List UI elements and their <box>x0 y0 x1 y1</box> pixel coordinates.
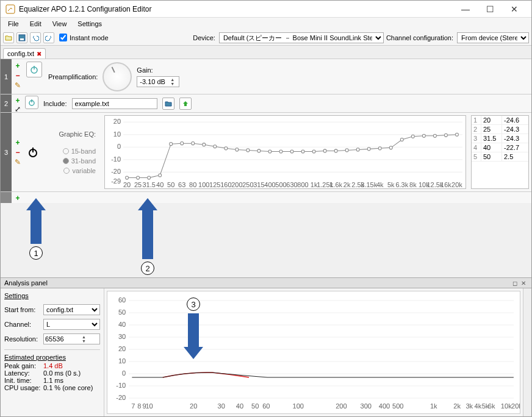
instant-mode-checkbox[interactable]: Instant mode <box>59 34 109 41</box>
spin-buttons[interactable]: ▲▼ <box>170 77 174 86</box>
row-number-3: 3 <box>1 113 12 191</box>
tab-close-icon[interactable]: ✖ <box>37 51 41 57</box>
app-icon <box>5 4 15 14</box>
menu-view[interactable]: View <box>48 19 72 29</box>
maximize-button[interactable]: ☐ <box>478 1 502 18</box>
eq-chart[interactable]: 20100 -10-20-29 202531.540 506380100125 … <box>104 115 466 189</box>
svg-point-53 <box>148 176 151 179</box>
power-button-row1[interactable] <box>26 62 42 77</box>
eq-options: Graphic EQ: 15-band 31-band variable <box>45 115 99 189</box>
menu-settings[interactable]: Settings <box>73 19 107 29</box>
svg-point-71 <box>345 149 348 152</box>
opt-31band[interactable]: 31-band <box>45 157 96 165</box>
power-button-row3[interactable] <box>26 144 40 160</box>
device-select[interactable]: Default (スピーカー － Bose Mini II SoundLink … <box>219 32 384 43</box>
svg-text:0: 0 <box>117 143 121 150</box>
svg-text:30: 30 <box>118 333 126 340</box>
close-button[interactable]: ✕ <box>502 1 527 18</box>
svg-point-55 <box>170 143 173 146</box>
svg-text:300: 300 <box>361 402 372 410</box>
svg-text:2k: 2k <box>343 181 351 188</box>
start-from-label: Start from: <box>4 306 41 313</box>
analysis-title: Analysis panel <box>4 279 48 287</box>
svg-text:400: 400 <box>379 402 390 410</box>
svg-text:6.3k: 6.3k <box>395 181 408 188</box>
close-panel-icon[interactable]: ✕ <box>519 280 528 287</box>
expand-icon[interactable]: ⤢ <box>13 105 22 113</box>
gain-spinner[interactable]: ▲▼ <box>137 76 179 87</box>
svg-text:250: 250 <box>242 181 253 188</box>
eq-values-table[interactable]: 120-24.6 225-24.3 331.5-24.3 440-22.7 55… <box>471 115 529 189</box>
power-button-row2[interactable] <box>25 96 38 109</box>
svg-text:40: 40 <box>156 181 164 188</box>
add-icon[interactable]: + <box>13 194 22 202</box>
row2-buttons: + ⤢ <box>12 94 24 112</box>
svg-point-64 <box>268 150 271 153</box>
svg-text:1.6k: 1.6k <box>329 181 342 188</box>
menu-file[interactable]: File <box>3 19 24 29</box>
svg-text:50: 50 <box>118 308 126 316</box>
svg-point-70 <box>334 149 337 152</box>
svg-text:-10: -10 <box>116 382 126 389</box>
annotation-number-2: 2 <box>141 262 154 275</box>
opt-variable[interactable]: variable <box>45 167 96 174</box>
window-title: Equalizer APO 1.2.1 Configuration Editor <box>19 5 453 13</box>
instant-mode-check[interactable] <box>59 34 67 41</box>
save-icon[interactable] <box>16 32 27 43</box>
edit-icon[interactable]: ✎ <box>13 158 22 166</box>
graphic-eq-label: Graphic EQ: <box>45 130 96 138</box>
svg-point-60 <box>225 147 228 150</box>
edit-icon[interactable]: ✎ <box>13 81 22 90</box>
svg-text:20: 20 <box>118 345 126 352</box>
gain-knob[interactable] <box>102 62 132 91</box>
svg-point-81 <box>455 133 458 136</box>
start-from-select[interactable]: config.txt <box>43 304 100 315</box>
svg-point-59 <box>214 145 217 148</box>
svg-text:80: 80 <box>189 181 196 188</box>
analysis-panel-header: Analysis panel ◻ ✕ <box>1 277 531 288</box>
svg-text:31.5: 31.5 <box>142 181 155 188</box>
toolbar: Instant mode Device: Default (スピーカー － Bo… <box>1 30 531 46</box>
open-icon[interactable] <box>3 32 14 43</box>
menu-edit[interactable]: Edit <box>25 19 46 29</box>
remove-icon[interactable]: − <box>13 71 22 80</box>
remove-icon[interactable]: − <box>13 148 22 157</box>
gain-value[interactable] <box>140 78 170 85</box>
redo-icon[interactable] <box>43 32 54 43</box>
resolution-value[interactable] <box>45 335 82 343</box>
include-file-input[interactable] <box>72 98 157 109</box>
resolution-spinner[interactable]: ▲▼ <box>43 333 100 344</box>
vertical-scrollbar[interactable] <box>523 288 531 416</box>
svg-point-58 <box>203 143 206 146</box>
add-icon[interactable]: + <box>13 62 22 70</box>
svg-point-52 <box>137 176 140 179</box>
channel-select[interactable]: L <box>43 319 100 330</box>
tab-config[interactable]: config.txt ✖ <box>3 48 46 59</box>
svg-point-76 <box>400 138 403 141</box>
analysis-chart[interactable]: 605040 302010 0-10-20 78910 2030405060 1… <box>107 291 520 414</box>
dock-icon[interactable]: ◻ <box>511 280 519 287</box>
svg-text:10: 10 <box>113 130 121 138</box>
up-icon[interactable] <box>179 98 192 110</box>
undo-icon[interactable] <box>30 32 41 43</box>
minimize-button[interactable]: — <box>453 1 478 18</box>
channel-config-select[interactable]: From device (Stereo) <box>457 32 529 43</box>
svg-text:20: 20 <box>123 181 131 188</box>
svg-text:50: 50 <box>251 402 259 410</box>
svg-text:-20: -20 <box>111 168 121 175</box>
row-number-2: 2 <box>1 94 12 112</box>
spin-buttons[interactable]: ▲▼ <box>82 335 86 343</box>
add-icon[interactable]: + <box>13 97 22 104</box>
row3-buttons: + − ✎ <box>12 113 24 191</box>
svg-point-75 <box>389 146 392 149</box>
svg-point-79 <box>433 134 436 137</box>
annotation-number-3: 3 <box>187 298 200 311</box>
tab-bar: config.txt ✖ <box>1 46 531 59</box>
opt-15band[interactable]: 15-band <box>45 148 96 155</box>
add-icon[interactable]: + <box>13 138 22 147</box>
gain-label: Gain: <box>137 66 179 74</box>
svg-point-80 <box>444 134 447 137</box>
folder-icon[interactable] <box>162 98 174 110</box>
svg-text:10: 10 <box>118 357 126 365</box>
svg-point-66 <box>290 150 293 153</box>
